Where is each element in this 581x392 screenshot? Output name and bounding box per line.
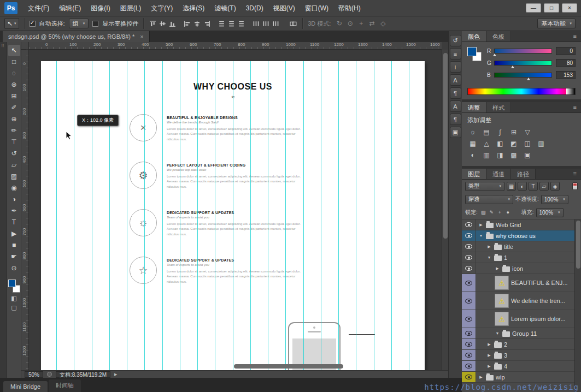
layer-row[interactable]: ▼1 (462, 252, 581, 263)
page[interactable]: WHY CHOOSE US ≈ ×BEAUTIFUL & ENJOYABLE D… (41, 61, 425, 370)
channel-mixer-icon[interactable]: ◫ (522, 139, 533, 149)
layer-row[interactable]: ▶icon (462, 263, 581, 274)
menu-item-8[interactable]: 视图(V) (268, 0, 300, 16)
visibility-toggle[interactable] (465, 299, 472, 304)
filter-adjustment-icon[interactable]: ◐ (518, 182, 527, 191)
auto-select-dropdown[interactable]: 组 ▾ (69, 19, 89, 28)
visibility-toggle[interactable] (465, 375, 472, 379)
guide[interactable] (197, 61, 198, 370)
guide[interactable] (144, 61, 145, 370)
lock-all-icon[interactable]: ● (504, 210, 512, 215)
menu-item-1[interactable]: 编辑(E) (54, 0, 86, 16)
pen-tool[interactable]: ✒ (8, 205, 20, 217)
filter-smart-object-icon[interactable]: ◈ (550, 182, 560, 191)
eyedropper-tool[interactable]: ✐ (8, 102, 20, 114)
channel-value[interactable]: 0 (556, 47, 576, 55)
color-panel-tab-0[interactable]: 颜色 (462, 31, 486, 41)
visibility-toggle[interactable] (465, 222, 472, 227)
disclosure-right-icon[interactable]: ▶ (495, 266, 500, 271)
layer-row[interactable]: ▶3 (462, 350, 581, 361)
levels-icon[interactable]: ▤ (481, 127, 492, 137)
left-dock-grip[interactable] (0, 42, 7, 378)
disclosure-right-icon[interactable]: ▶ (486, 342, 492, 347)
quick-selection-tool[interactable]: ⊛ (8, 79, 20, 91)
visibility-toggle[interactable] (465, 266, 472, 271)
color-spectrum-ramp[interactable] (467, 88, 576, 95)
move-tool[interactable]: ↖ (8, 45, 20, 56)
visibility-toggle[interactable] (465, 353, 472, 358)
fill-dropdown[interactable]: 100% ▾ (536, 208, 564, 217)
document-viewport[interactable]: WHY CHOOSE US ≈ ×BEAUTIFUL & ENJOYABLE D… (29, 50, 442, 370)
color-balance-icon[interactable]: △ (481, 139, 492, 149)
selective-color-icon[interactable]: ▣ (522, 150, 533, 160)
bottom-tab-1[interactable]: 时间轴 (49, 379, 81, 392)
shape-tool[interactable]: ■ (8, 240, 20, 251)
layer-row[interactable]: ▼why choose us (462, 230, 581, 241)
guide[interactable] (321, 61, 321, 370)
menu-item-2[interactable]: 图像(I) (86, 0, 115, 16)
blur-tool[interactable]: ◉ (8, 182, 20, 194)
distribute-bottom-icon[interactable] (237, 20, 245, 28)
3d-scale-icon[interactable]: ◇ (378, 20, 388, 27)
channel-value[interactable]: 153 (556, 71, 576, 79)
lasso-tool[interactable]: ◌ (8, 68, 20, 79)
blend-mode-dropdown[interactable]: 穿透 ▾ (465, 195, 513, 204)
color-swatch-widget[interactable] (8, 280, 20, 293)
curves-icon[interactable]: ∫ (495, 127, 506, 137)
marquee-tool[interactable]: □ (8, 56, 20, 68)
text-layer-warning-thumbnail[interactable]: ⚠ (495, 312, 509, 326)
history-panel-icon[interactable]: ↺ (450, 35, 461, 46)
distribute-vcenter-icon[interactable] (227, 20, 236, 28)
menu-item-6[interactable]: 滤镜(T) (209, 0, 240, 16)
3d-slide-icon[interactable]: ⇄ (367, 20, 377, 27)
adjustments-panel-tab-1[interactable]: 样式 (486, 102, 511, 112)
ruler-left[interactable]: 0100200300400500600700800900100011001200 (21, 50, 29, 370)
menu-item-10[interactable]: 帮助(H) (333, 0, 366, 16)
filter-shape-icon[interactable]: ▱ (539, 182, 549, 191)
align-vcenter-icon[interactable] (159, 20, 167, 28)
paragraph-panel-icon[interactable]: ¶ (450, 87, 461, 99)
styles-panel-icon[interactable]: ▣ (450, 127, 461, 138)
disclosure-down-icon[interactable]: ▼ (478, 234, 484, 237)
maximize-button[interactable]: □ (544, 3, 559, 13)
character-styles-panel-icon[interactable]: A (450, 100, 461, 112)
3d-roll-icon[interactable]: ⊙ (345, 20, 355, 27)
workspace-dropdown[interactable]: 基本功能 ▾ (537, 19, 576, 28)
bottom-tab-0[interactable]: Mini Bridge (3, 381, 48, 392)
guide[interactable] (74, 61, 74, 370)
guide[interactable] (127, 61, 127, 370)
layer-row[interactable]: ▼Group 11 (462, 328, 581, 339)
layers-scrollbar-thumb[interactable] (576, 221, 580, 269)
quick-mask-icon[interactable]: ◧ (8, 295, 20, 302)
hue-saturation-icon[interactable]: ▦ (467, 139, 478, 149)
posterize-icon[interactable]: ▥ (481, 150, 492, 160)
layers-panel-tab-0[interactable]: 图层 (462, 169, 486, 179)
layer-filter-toggle[interactable] (572, 182, 578, 190)
align-top-icon[interactable] (149, 20, 157, 28)
visibility-toggle[interactable] (465, 281, 472, 286)
channel-slider-thumb[interactable] (511, 66, 514, 68)
layers-panel-tab-2[interactable]: 路径 (511, 169, 536, 179)
channel-slider[interactable] (494, 61, 552, 66)
hand-tool[interactable]: ☛ (8, 251, 20, 263)
auto-align-icon[interactable] (289, 20, 297, 28)
menu-item-4[interactable]: 文字(Y) (146, 0, 178, 16)
healing-brush-tool[interactable]: ⊕ (8, 114, 20, 125)
align-right-icon[interactable] (203, 20, 211, 28)
layer-row[interactable]: ▶wip (462, 372, 581, 383)
guide[interactable] (56, 61, 57, 370)
guide[interactable] (374, 61, 374, 370)
brightness-contrast-icon[interactable]: ☼ (467, 127, 478, 137)
3d-pan-icon[interactable]: + (356, 20, 366, 27)
info-panel-icon[interactable]: i (450, 61, 461, 73)
document-tab[interactable]: sndsgn.psd @ 50% (why choose us, RGB/8#)… (3, 31, 150, 42)
tool-preset-picker[interactable]: ↖ ▾ (4, 18, 19, 29)
zoom-level[interactable]: 50% (25, 371, 43, 378)
layer-row[interactable]: ▶2 (462, 339, 581, 350)
distribute-hcenter-icon[interactable] (262, 20, 270, 28)
brush-tool[interactable]: ✏ (8, 125, 20, 136)
disclosure-right-icon[interactable]: ▶ (486, 245, 492, 249)
filter-type-icon[interactable]: T (529, 182, 538, 191)
guide[interactable] (250, 61, 251, 370)
guide[interactable] (285, 61, 286, 370)
